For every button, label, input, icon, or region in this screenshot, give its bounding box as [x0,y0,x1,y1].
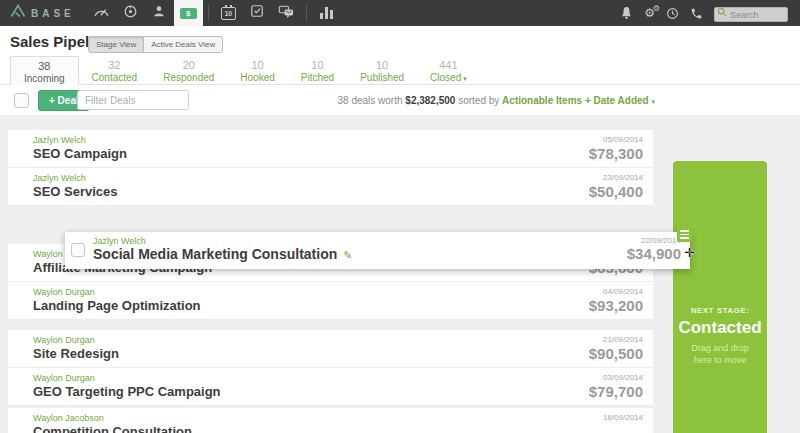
chevron-down-icon: ▾ [651,98,655,105]
top-navbar: BASE $ 10 [0,0,800,26]
toolbar: + Deal 38 deals worth $2,382,500 sorted … [0,86,800,115]
active-deals-view-button[interactable]: Active Deals View [144,36,223,53]
notifications-bell-icon[interactable] [620,6,633,20]
deal-row[interactable]: Waylon Durgan GEO Targeting PPC Campaign… [8,368,653,406]
nav-divider [306,5,307,21]
dragged-deal-row[interactable]: Jazlyn Welch Social Media Marketing Cons… [65,232,690,269]
tasks-check-icon [250,4,264,22]
base-logo-icon [10,4,26,22]
contacts-person-icon [152,4,166,22]
pipeline-page: Sales Pipeline Stage View Active Deals V… [0,26,800,433]
nav-divider [208,5,209,21]
settings-gears-icon[interactable]: ⚙⚙ [644,7,655,19]
deal-row[interactable]: Jazlyn Welch SEO Services 23/09/2014 $50… [8,168,653,206]
leads-target-icon [123,4,138,23]
deal-row[interactable]: Waylon Jacobson Competition Consultation… [8,408,653,433]
deal-row[interactable]: Waylon Durgan Site Redesign 21/09/2014 $… [8,330,653,368]
communication-chat-icon [278,4,295,23]
reports-barchart-icon [320,7,333,19]
deal-row[interactable]: Waylon Durgan Landing Page Optimization … [8,282,653,320]
phone-icon[interactable] [690,7,703,20]
sort-option-link[interactable]: Actionable Items + Date Added [502,95,649,106]
nav-dashboard[interactable] [87,0,116,26]
nav-contacts[interactable] [145,0,174,26]
tab-hooked[interactable]: 10 Hooked [227,56,287,84]
calendar-icon: 10 [221,7,236,20]
nav-reports[interactable] [312,0,341,26]
tab-responded[interactable]: 20 Responded [150,56,227,84]
nav-deals[interactable]: $ [174,0,203,26]
tab-published[interactable]: 10 Published [347,56,417,84]
deals-money-icon: $ [180,8,197,19]
next-stage-name: Contacted [673,318,767,338]
deal-checkbox[interactable] [71,243,85,257]
nav-communication[interactable] [272,0,301,26]
tab-pitched[interactable]: 10 Pitched [288,56,347,84]
tab-contacted[interactable]: 32 Contacted [79,56,151,84]
next-stage-drop-zone[interactable]: NEXT STAGE: Contacted Drag and drop here… [673,161,767,433]
base-logo-text: BASE [31,8,75,19]
chevron-down-icon: ▾ [463,75,467,82]
drag-handle-icon[interactable] [677,227,692,242]
nav-leads[interactable] [116,0,145,26]
base-logo[interactable]: BASE [0,4,87,22]
next-stage-label: NEXT STAGE: [673,306,767,315]
move-cursor-icon: ✛ [684,245,695,260]
navbar-search [714,4,788,23]
clock-icon[interactable] [666,7,679,20]
edit-pencil-icon[interactable]: ✎ [343,249,352,261]
view-toggle: Stage View Active Deals View [88,36,223,53]
deals-summary: 38 deals worth $2,382,500 sorted by Acti… [338,95,656,106]
main-nav: $ 10 [87,0,341,26]
summary-total: $2,382,500 [405,95,455,106]
filter-deals-input[interactable] [77,90,189,110]
nav-calendar[interactable]: 10 [214,0,243,26]
tab-incoming[interactable]: 38 Incoming [10,56,79,85]
nav-tasks[interactable] [243,0,272,26]
tab-closed[interactable]: 441 Closed▾ [417,56,480,84]
navbar-right: ⚙⚙ [620,4,800,23]
deal-row[interactable]: Jazlyn Welch SEO Campaign 05/09/2014 $78… [8,130,653,168]
drop-hint: Drag and drop here to move [673,343,767,366]
select-all-checkbox[interactable] [14,93,29,108]
search-icon [717,7,727,17]
dashboard-gauge-icon [93,4,110,22]
stage-tabs: 38 Incoming 32 Contacted 20 Responded 10… [0,56,800,85]
stage-view-button[interactable]: Stage View [88,36,144,53]
